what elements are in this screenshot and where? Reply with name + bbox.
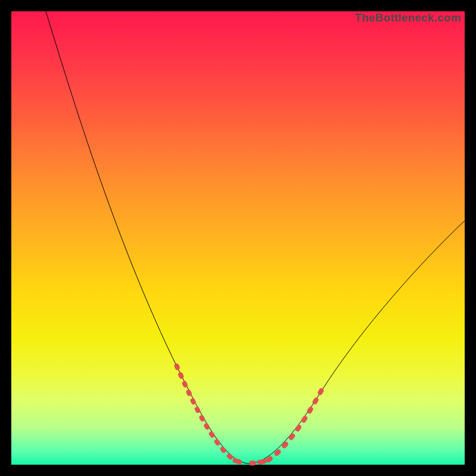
optimal-range-right [268,385,324,460]
curve-svg [11,11,465,465]
bottleneck-curve [46,11,465,464]
plot-area: TheBottleneck.com [11,11,465,465]
chart-frame: TheBottleneck.com [0,0,476,476]
optimal-range-bottom [235,460,268,463]
optimal-range-left [177,366,235,461]
